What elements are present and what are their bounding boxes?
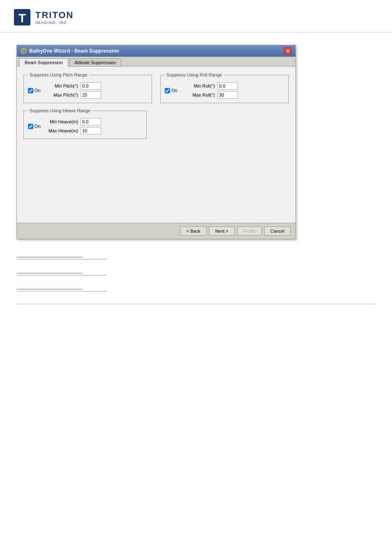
heave-fieldset: Suppress Using Heave Range On Min Heave(… [23,108,147,139]
svg-marker-4 [23,51,25,53]
cancel-button[interactable]: Cancel [264,227,291,236]
back-button[interactable]: < Back [180,227,207,236]
dialog-body: Suppress Using Pitch Range On Min Pitch(… [17,67,295,223]
heave-row: Suppress Using Heave Range On Min Heave(… [23,108,289,139]
heave-max-row: Max Heave(m) [45,127,101,134]
dialog-titlebar: BathyOne Wizard - Beam Suppression ✕ [17,45,295,57]
heave-on-label: On [28,124,43,129]
pitch-min-input[interactable] [81,82,101,90]
heave-min-row: Min Heave(m) [45,118,101,125]
pitch-on-checkbox[interactable] [28,88,33,93]
roll-min-label: Min Roll(°) [182,83,215,88]
roll-field-rows: Min Roll(°) Max Roll(°) [182,82,238,99]
page-content: BathyOne Wizard - Beam Suppression ✕ Bea… [0,32,392,321]
roll-max-label: Max Roll(°) [182,92,215,97]
heave-legend: Suppress Using Heave Range [28,108,92,113]
link-item-3: ________________________ [16,284,107,291]
roll-max-row: Max Roll(°) [182,91,238,99]
heave-min-input[interactable] [81,118,101,125]
pitch-max-row: Max Pitch(°) [45,91,101,99]
dialog-footer: < Back Next > Finish Cancel [17,223,295,239]
roll-fieldset: Suppress Using Roll Range On Min Roll(°) [160,72,289,103]
wizard-dialog: BathyOne Wizard - Beam Suppression ✕ Bea… [16,45,296,239]
pitch-max-label: Max Pitch(°) [45,92,78,97]
svg-text:T: T [18,11,26,25]
roll-min-input[interactable] [217,82,238,90]
heave-on-checkbox[interactable] [28,124,33,129]
finish-button[interactable]: Finish [237,227,262,236]
link-item-1: ________________________ [16,252,107,259]
pitch-field-rows: Min Pitch(°) Max Pitch(°) [45,82,101,99]
compass-icon [21,48,27,54]
triton-logo-icon: T [12,7,32,27]
dialog-title: BathyOne Wizard - Beam Suppression [29,48,119,54]
link-1[interactable]: ________________________ [16,252,82,257]
heave-field-group: On Min Heave(m) Max Heave(m) [28,118,142,134]
link-2[interactable]: ________________________ [16,268,82,273]
pitch-legend: Suppress Using Pitch Range [28,72,89,77]
pitch-min-label: Min Pitch(°) [45,83,78,88]
app-header: T TRITON IMAGING, INC [0,0,392,32]
logo-triton-label: TRITON [35,10,74,21]
pitch-min-row: Min Pitch(°) [45,82,101,90]
heave-min-label: Min Heave(m) [45,119,78,124]
roll-legend: Suppress Using Roll Range [165,72,224,77]
pitch-fieldset: Suppress Using Pitch Range On Min Pitch(… [23,72,152,103]
heave-max-label: Max Heave(m) [45,128,78,133]
pitch-on-label: On [28,88,43,93]
svg-marker-3 [23,49,25,51]
roll-min-row: Min Roll(°) [182,82,238,90]
link-item-2: ________________________ [16,268,107,275]
roll-on-label: On [165,88,180,93]
pitch-field-group: On Min Pitch(°) Max Pitch(°) [28,82,148,99]
page-divider [16,304,376,304]
roll-field-group: On Min Roll(°) Max Roll(°) [165,82,284,99]
link-3[interactable]: ________________________ [16,284,82,289]
logo-text: TRITON IMAGING, INC [35,10,74,25]
heave-field-rows: Min Heave(m) Max Heave(m) [45,118,101,134]
tab-beam-suppression[interactable]: Beam Suppression [19,58,68,67]
close-button[interactable]: ✕ [284,47,291,55]
next-button[interactable]: Next > [209,227,235,236]
logo-sub-label: IMAGING, INC [35,21,74,25]
logo: T TRITON IMAGING, INC [12,7,74,27]
pitch-max-input[interactable] [81,91,101,99]
titlebar-left: BathyOne Wizard - Beam Suppression [21,48,119,54]
roll-max-input[interactable] [217,91,238,99]
dialog-tabs: Beam Suppression Attitude Suppression [17,57,295,67]
heave-max-input[interactable] [81,127,101,134]
top-fields-row: Suppress Using Pitch Range On Min Pitch(… [23,72,289,103]
roll-on-checkbox[interactable] [165,88,170,93]
tab-attitude-suppression[interactable]: Attitude Suppression [69,58,122,66]
links-section: ________________________ _______________… [16,252,376,291]
heave-spacer [155,108,289,139]
